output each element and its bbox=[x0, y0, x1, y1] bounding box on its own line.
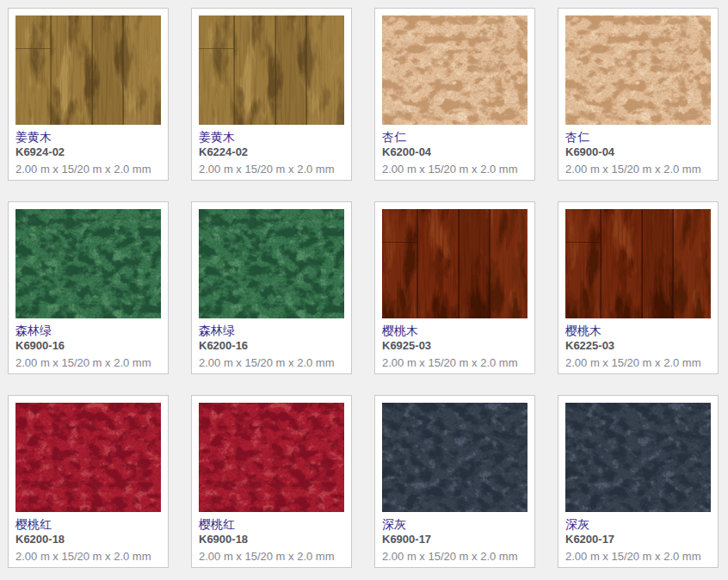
product-name-link[interactable]: 深灰 bbox=[565, 516, 711, 532]
product-card: 姜黄木 K6224-02 2.00 m x 15/20 m x 2.0 mm bbox=[191, 8, 352, 181]
product-name-link[interactable]: 樱桃木 bbox=[382, 323, 527, 338]
product-code: K6200-04 bbox=[382, 145, 527, 159]
product-image[interactable] bbox=[199, 403, 344, 512]
product-name-link[interactable]: 森林绿 bbox=[199, 323, 344, 338]
product-name-link[interactable]: 樱桃红 bbox=[199, 516, 344, 532]
product-card: 樱桃红 K6900-18 2.00 m x 15/20 m x 2.0 mm bbox=[191, 395, 352, 568]
product-code: K6900-17 bbox=[382, 532, 527, 546]
product-size: 2.00 m x 15/20 m x 2.0 mm bbox=[565, 163, 711, 176]
product-size: 2.00 m x 15/20 m x 2.0 mm bbox=[199, 550, 344, 564]
product-card: 深灰 K6200-17 2.00 m x 15/20 m x 2.0 mm bbox=[558, 395, 719, 568]
product-card: 樱桃红 K6200-18 2.00 m x 15/20 m x 2.0 mm bbox=[8, 395, 169, 568]
product-image[interactable] bbox=[565, 15, 711, 125]
product-card: 森林绿 K6900-16 2.00 m x 15/20 m x 2.0 mm bbox=[8, 201, 169, 374]
product-image[interactable] bbox=[565, 209, 711, 318]
product-code: K6200-18 bbox=[15, 532, 161, 546]
product-size: 2.00 m x 15/20 m x 2.0 mm bbox=[382, 163, 527, 176]
product-name-link[interactable]: 姜黄木 bbox=[15, 129, 161, 145]
catalog-page: 姜黄木 K6924-02 2.00 m x 15/20 m x 2.0 mm 姜… bbox=[0, 0, 728, 580]
product-name-link[interactable]: 樱桃红 bbox=[15, 516, 161, 532]
product-size: 2.00 m x 15/20 m x 2.0 mm bbox=[15, 356, 161, 370]
product-image[interactable] bbox=[199, 209, 344, 318]
product-image[interactable] bbox=[382, 15, 527, 125]
product-card: 杏仁 K6900-04 2.00 m x 15/20 m x 2.0 mm bbox=[558, 8, 719, 181]
product-card: 姜黄木 K6924-02 2.00 m x 15/20 m x 2.0 mm bbox=[8, 8, 169, 181]
product-size: 2.00 m x 15/20 m x 2.0 mm bbox=[382, 356, 527, 370]
product-code: K6200-16 bbox=[199, 338, 344, 353]
product-size: 2.00 m x 15/20 m x 2.0 mm bbox=[199, 356, 344, 370]
product-size: 2.00 m x 15/20 m x 2.0 mm bbox=[15, 163, 161, 176]
product-code: K6924-02 bbox=[15, 145, 161, 159]
product-code: K6224-02 bbox=[199, 145, 344, 159]
product-card: 杏仁 K6200-04 2.00 m x 15/20 m x 2.0 mm bbox=[374, 8, 535, 181]
product-code: K6900-16 bbox=[15, 338, 161, 353]
product-image[interactable] bbox=[15, 403, 161, 512]
product-card: 樱桃木 K6225-03 2.00 m x 15/20 m x 2.0 mm bbox=[558, 201, 719, 374]
product-code: K6900-18 bbox=[199, 532, 344, 546]
product-name-link[interactable]: 杏仁 bbox=[382, 129, 527, 145]
product-image[interactable] bbox=[565, 403, 711, 512]
product-name-link[interactable]: 杏仁 bbox=[565, 129, 711, 145]
product-code: K6200-17 bbox=[565, 532, 711, 546]
product-image[interactable] bbox=[382, 209, 527, 318]
product-name-link[interactable]: 森林绿 bbox=[15, 323, 161, 338]
product-name-link[interactable]: 姜黄木 bbox=[199, 129, 344, 145]
product-code: K6925-03 bbox=[382, 338, 527, 353]
product-grid: 姜黄木 K6924-02 2.00 m x 15/20 m x 2.0 mm 姜… bbox=[8, 8, 720, 568]
product-size: 2.00 m x 15/20 m x 2.0 mm bbox=[565, 356, 711, 370]
product-image[interactable] bbox=[382, 403, 527, 512]
product-size: 2.00 m x 15/20 m x 2.0 mm bbox=[382, 550, 527, 564]
product-name-link[interactable]: 深灰 bbox=[382, 516, 527, 532]
product-image[interactable] bbox=[199, 15, 344, 125]
product-code: K6225-03 bbox=[565, 338, 711, 353]
product-name-link[interactable]: 樱桃木 bbox=[565, 323, 711, 338]
product-size: 2.00 m x 15/20 m x 2.0 mm bbox=[15, 550, 161, 564]
product-size: 2.00 m x 15/20 m x 2.0 mm bbox=[565, 550, 711, 564]
product-image[interactable] bbox=[15, 15, 161, 125]
product-code: K6900-04 bbox=[565, 145, 711, 159]
product-size: 2.00 m x 15/20 m x 2.0 mm bbox=[199, 163, 344, 176]
product-card: 樱桃木 K6925-03 2.00 m x 15/20 m x 2.0 mm bbox=[374, 201, 535, 374]
product-image[interactable] bbox=[15, 209, 161, 318]
product-card: 森林绿 K6200-16 2.00 m x 15/20 m x 2.0 mm bbox=[191, 201, 352, 374]
product-card: 深灰 K6900-17 2.00 m x 15/20 m x 2.0 mm bbox=[374, 395, 535, 568]
